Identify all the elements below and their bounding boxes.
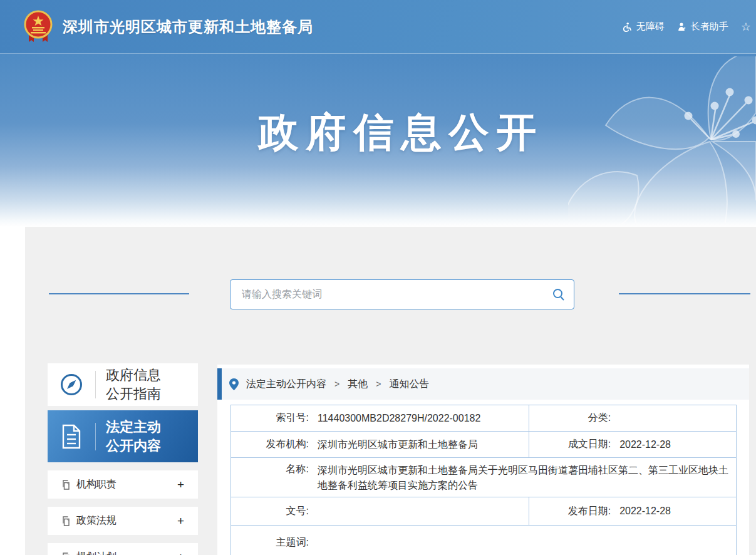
category-label: 分类: — [529, 412, 611, 425]
pages-icon — [61, 516, 71, 526]
national-emblem-logo — [23, 9, 54, 44]
main-content: 法定主动公开内容 > 其他 > 通知公告 索引号: 11440300MB2D28… — [217, 365, 749, 555]
sidebar: 政府信息 公开指南 法定主动 公开内容 — [48, 363, 198, 555]
breadcrumb: 法定主动公开内容 > 其他 > 通知公告 — [217, 368, 749, 400]
table-row: 发布机构: 深圳市光明区城市更新和土地整备局 成文日期: 2022-12-28 — [231, 432, 737, 458]
name-value: 深圳市光明区城市更新和土地整备局关于光明区马田街道薯田埔社区第二、第三工业区地块… — [318, 463, 736, 493]
doc-number-label: 文号: — [231, 505, 309, 518]
location-pin-icon — [229, 378, 239, 390]
search-icon — [552, 288, 566, 301]
breadcrumb-separator: > — [376, 379, 381, 389]
agency-value: 深圳市光明区城市更新和土地整备局 — [318, 437, 529, 452]
pages-icon — [61, 480, 71, 490]
publish-date-label: 发布日期: — [529, 505, 611, 518]
sidebar-item-guide-label: 政府信息 公开指南 — [96, 366, 161, 403]
sidebar-item-duties[interactable]: 机构职责 + — [48, 470, 198, 499]
breadcrumb-item-other[interactable]: 其他 — [348, 378, 368, 391]
table-row: 主题词: — [231, 526, 737, 555]
search-deco-line-right — [619, 293, 750, 294]
breadcrumb-item-notices[interactable]: 通知公告 — [389, 378, 429, 391]
expand-plus-icon[interactable]: + — [177, 515, 184, 527]
header-utility-links: 无障碍 长者助手 ☆ — [623, 21, 751, 33]
page-banner: 政府信息公开 — [0, 54, 756, 227]
expand-plus-icon[interactable]: + — [177, 551, 184, 555]
wheelchair-icon — [623, 22, 633, 32]
table-row: 索引号: 11440300MB2D28279H/2022-00182 分类: — [231, 405, 737, 432]
sidebar-item-plans[interactable]: 规划计划 + — [48, 543, 198, 555]
document-icon — [48, 423, 95, 450]
table-row: 文号: 发布日期: 2022-12-28 — [231, 497, 737, 526]
table-row: 名称: 深圳市光明区城市更新和土地整备局关于光明区马田街道薯田埔社区第二、第三工… — [231, 458, 737, 497]
search-deco-line-left — [49, 293, 189, 294]
written-date-label: 成文日期: — [529, 438, 611, 451]
document-info-table: 索引号: 11440300MB2D28279H/2022-00182 分类: 发… — [230, 405, 737, 555]
page: 深圳市光明区城市更新和土地整备局 无障碍 长者助手 ☆ — [0, 0, 756, 555]
index-label: 索引号: — [231, 412, 309, 425]
star-icon: ☆ — [741, 21, 751, 33]
sidebar-item-statutory-disclosure[interactable]: 法定主动 公开内容 — [48, 410, 198, 462]
breadcrumb-item-statutory[interactable]: 法定主动公开内容 — [246, 378, 326, 391]
search-input[interactable] — [230, 280, 544, 309]
expand-plus-icon[interactable]: + — [177, 479, 184, 490]
elder-assistant-link[interactable]: 长者助手 — [677, 21, 728, 33]
accessibility-link[interactable]: 无障碍 — [623, 21, 665, 33]
favorite-link[interactable]: ☆ — [741, 21, 751, 33]
written-date-value: 2022-12-28 — [619, 437, 736, 452]
search-button[interactable] — [544, 280, 574, 309]
breadcrumb-separator: > — [334, 379, 339, 389]
sidebar-item-statutory-label: 法定主动 公开内容 — [96, 418, 161, 455]
keywords-label: 主题词: — [231, 536, 309, 549]
site-title: 深圳市光明区城市更新和土地整备局 — [63, 17, 313, 37]
index-value: 11440300MB2D28279H/2022-00182 — [318, 411, 529, 426]
publish-date-value: 2022-12-28 — [619, 504, 736, 519]
sidebar-item-policies[interactable]: 政策法规 + — [48, 507, 198, 535]
elder-assistant-icon — [677, 22, 687, 32]
agency-label: 发布机构: — [231, 438, 309, 451]
pages-icon — [61, 552, 71, 555]
name-label: 名称: — [231, 463, 309, 476]
page-title: 政府信息公开 — [0, 105, 756, 160]
sidebar-item-guide[interactable]: 政府信息 公开指南 — [48, 363, 198, 406]
search-bar — [230, 279, 574, 309]
compass-icon — [48, 373, 95, 397]
site-header: 深圳市光明区城市更新和土地整备局 无障碍 长者助手 ☆ — [0, 0, 756, 54]
